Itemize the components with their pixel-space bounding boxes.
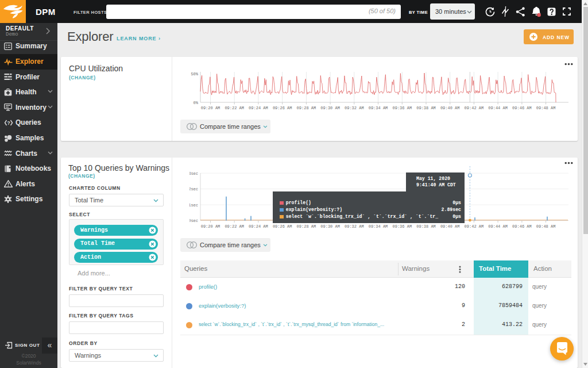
svg-text:09:40 AM: 09:40 AM (440, 224, 460, 229)
svg-text:09:30 AM: 09:30 AM (320, 224, 340, 229)
svg-text:09:36 AM: 09:36 AM (392, 106, 412, 110)
svg-text:09:36 AM: 09:36 AM (392, 224, 412, 229)
svg-text:09:38 AM: 09:38 AM (416, 224, 436, 229)
svg-text:09:28 AM: 09:28 AM (297, 224, 316, 229)
svg-text:09:30 AM: 09:30 AM (320, 106, 340, 110)
svg-text:09:38 AM: 09:38 AM (416, 106, 436, 110)
svg-text:50%: 50% (191, 72, 198, 76)
svg-text:09:32 AM: 09:32 AM (345, 224, 364, 229)
svg-text:09:22 AM: 09:22 AM (225, 106, 244, 110)
svg-text:09:32 AM: 09:32 AM (345, 106, 364, 110)
svg-text:09:40 AM: 09:40 AM (440, 106, 460, 110)
svg-text:09:44 AM: 09:44 AM (488, 224, 508, 229)
svg-text:09:48 AM: 09:48 AM (536, 106, 556, 110)
svg-text:09:20 AM: 09:20 AM (201, 224, 220, 229)
svg-text:09:28 AM: 09:28 AM (297, 106, 316, 110)
svg-text:09:42 AM: 09:42 AM (465, 224, 484, 229)
svg-text:09:48 AM: 09:48 AM (536, 224, 556, 229)
svg-text:09:34 AM: 09:34 AM (369, 106, 388, 110)
svg-text:09:46 AM: 09:46 AM (512, 106, 532, 110)
svg-text:09:22 AM: 09:22 AM (225, 224, 244, 229)
svg-text:09:46 AM: 09:46 AM (512, 224, 532, 229)
svg-text:09:26 AM: 09:26 AM (273, 224, 292, 229)
svg-text:3sec: 3sec (189, 171, 198, 176)
svg-text:09:44 AM: 09:44 AM (488, 106, 508, 110)
svg-text:09:42 AM: 09:42 AM (465, 106, 484, 110)
svg-text:2sec: 2sec (189, 187, 198, 191)
svg-text:?: ? (7, 120, 10, 125)
svg-text:09:24 AM: 09:24 AM (249, 224, 268, 229)
svg-text:09:20 AM: 09:20 AM (201, 106, 220, 110)
svg-text:09:24 AM: 09:24 AM (249, 106, 268, 110)
svg-text:09:34 AM: 09:34 AM (369, 224, 388, 229)
svg-text:1sec: 1sec (189, 203, 198, 208)
svg-text:0sec: 0sec (189, 218, 198, 223)
svg-text:0%: 0% (194, 101, 199, 105)
svg-text:09:26 AM: 09:26 AM (273, 106, 292, 110)
